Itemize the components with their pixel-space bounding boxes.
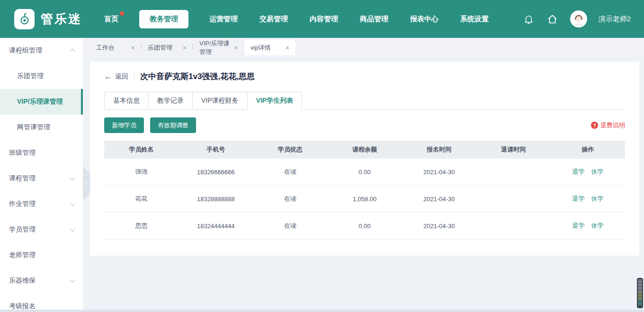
nav-item-label: 运营管理 (209, 15, 238, 23)
user-avatar[interactable] (570, 10, 587, 27)
toolbar-button-1[interactable]: 有效期调整 (150, 117, 196, 133)
close-icon[interactable]: × (286, 45, 289, 51)
nav-item-label: 教务管理 (150, 15, 178, 23)
nav-item-7[interactable]: 系统设置 (459, 10, 490, 28)
sidebar-item-3[interactable]: 网管课管理 (0, 115, 83, 140)
toolbar-button-0[interactable]: 新增学员 (104, 117, 144, 133)
row-action-0[interactable]: 退学 (572, 168, 584, 176)
cell-status: 在读 (253, 222, 327, 230)
column-header-2: 学员状态 (253, 145, 327, 154)
nav-item-5[interactable]: 商品管理 (359, 10, 389, 28)
sidebar-item-label: 课程组管理 (9, 46, 42, 55)
column-header-5: 退课时间 (476, 145, 551, 154)
user-name[interactable]: 演示老师2 (599, 15, 631, 24)
page-tab-0[interactable]: 工作台× (90, 40, 141, 55)
row-action-0[interactable]: 退学 (572, 222, 584, 230)
cell-actions: 退学休学 (551, 168, 625, 176)
home-button[interactable] (546, 13, 559, 25)
nav-item-4[interactable]: 内容管理 (309, 10, 339, 28)
cell-phone: 18324444444 (179, 223, 253, 230)
sidebar-item-4[interactable]: 班级管理 (0, 140, 83, 166)
stripe-block-white (638, 280, 642, 292)
page-tab-1[interactable]: 乐团管理× (142, 40, 193, 55)
navbar-right: 演示老师2 (523, 10, 631, 27)
back-arrow-icon: ← (104, 72, 112, 80)
nav-item-label: 商品管理 (360, 15, 388, 23)
nav-item-label: 内容管理 (310, 15, 338, 23)
detail-tab-0[interactable]: 基本信息 (104, 92, 149, 110)
nav-item-label: 系统设置 (460, 15, 489, 23)
sidebar-item-5[interactable]: 课程管理 (0, 166, 83, 191)
page-tab-label: VIP/乐理课管理 (199, 39, 234, 56)
nav-item-0[interactable]: 首页 (103, 10, 119, 28)
sidebar-item-9[interactable]: 乐器维保 (0, 268, 83, 294)
detail-tab-2[interactable]: VIP课程财务 (193, 92, 248, 110)
sidebar-item-2[interactable]: VIP/乐理课管理 (0, 89, 83, 115)
cell-enroll_date: 2021-04-30 (402, 196, 476, 203)
page-tab-2[interactable]: VIP/乐理课管理× (193, 40, 244, 55)
nav-item-6[interactable]: 报表中心 (409, 10, 439, 28)
nav-item-label: 交易管理 (259, 15, 288, 23)
page-tab-label: 乐团管理 (148, 44, 172, 52)
detail-tab-label: VIP学生列表 (256, 97, 294, 105)
nav-item-label: 首页 (104, 15, 118, 23)
row-action-1[interactable]: 休学 (591, 168, 603, 176)
close-icon[interactable]: × (234, 45, 238, 51)
sidebar-item-0[interactable]: 课程组管理 (0, 38, 83, 63)
stripe-block-teal (638, 299, 642, 306)
sidebar-item-6[interactable]: 作业管理 (0, 191, 83, 217)
cell-name: 花花 (104, 195, 179, 203)
row-action-1[interactable]: 休学 (591, 195, 603, 203)
detail-tab-label: VIP课程财务 (201, 97, 239, 105)
main-panel: ← 返回 次中音萨克斯1v3强强,花花,思思 基本信息教学记录VIP课程财务VI… (83, 55, 644, 312)
nav-item-2[interactable]: 运营管理 (208, 10, 239, 28)
sidebar-item-label: 网管课管理 (17, 123, 50, 132)
horizontal-scrollbar[interactable] (0, 310, 644, 312)
sidebar-item-label: 作业管理 (9, 200, 36, 208)
sidebar-item-label: 班级管理 (9, 149, 36, 157)
close-icon[interactable]: × (183, 45, 187, 51)
table-row: 花花18328888888在读1,058.002021-04-30退学休学 (104, 186, 625, 213)
cell-enroll_date: 2021-04-30 (402, 169, 476, 176)
refund-note-link[interactable]: ? 退费说明 (591, 121, 625, 130)
table-header-row: 学员姓名手机号学员状态课程余额报名时间退课时间操作 (104, 141, 625, 159)
sidebar-item-7[interactable]: 学员管理 (0, 217, 83, 242)
column-header-6: 操作 (551, 145, 625, 154)
close-icon[interactable]: × (131, 45, 135, 51)
sidebar: 课程组管理乐团管理VIP/乐理课管理网管课管理班级管理课程管理作业管理学员管理老… (0, 38, 83, 312)
cell-phone: 18328888888 (179, 196, 253, 203)
chevron-left-icon: ‹ (85, 180, 87, 187)
open-pages-tabbar: 工作台×乐团管理×VIP/乐理课管理×vip详情× (83, 38, 644, 55)
sidebar-item-8[interactable]: 老师管理 (0, 242, 83, 268)
nav-item-1[interactable]: 教务管理 (139, 10, 188, 28)
cell-name: 思思 (104, 222, 179, 230)
sidebar-item-label: 乐器维保 (9, 276, 36, 285)
detail-tab-3[interactable]: VIP学生列表 (248, 92, 303, 110)
page-tab-3[interactable]: vip详情× (244, 40, 295, 55)
chevron-down-icon (70, 226, 75, 232)
brand-name: 管乐迷 (41, 11, 82, 27)
back-button[interactable]: ← 返回 (104, 72, 128, 81)
row-action-1[interactable]: 休学 (591, 222, 603, 230)
table-row: 思思18324444444在读0.002021-04-30退学休学 (104, 213, 625, 240)
notifications-button[interactable] (523, 13, 535, 25)
chevron-down-icon (70, 277, 75, 283)
detail-tabs: 基本信息教学记录VIP课程财务VIP学生列表 (104, 92, 302, 110)
row-action-0[interactable]: 退学 (572, 195, 584, 203)
toolbar: 新增学员有效期调整 ? 退费说明 (104, 117, 625, 133)
detail-tab-label: 基本信息 (113, 97, 140, 105)
detail-tabs-row: 基本信息教学记录VIP课程财务VIP学生列表 (104, 92, 625, 110)
detail-header: ← 返回 次中音萨克斯1v3强强,花花,思思 (104, 71, 625, 82)
nav-item-3[interactable]: 交易管理 (259, 10, 289, 28)
question-icon: ? (591, 122, 598, 129)
cell-balance: 1,058.00 (327, 196, 402, 203)
column-header-1: 手机号 (179, 145, 253, 154)
brand-logo[interactable]: 管乐迷 (14, 9, 82, 29)
detail-tab-1[interactable]: 教学记录 (149, 92, 193, 110)
cell-balance: 0.00 (327, 169, 402, 176)
column-header-3: 课程余额 (327, 145, 402, 154)
notification-dot (120, 11, 124, 16)
bell-icon (523, 14, 534, 25)
sidebar-item-1[interactable]: 乐团管理 (0, 63, 83, 89)
cell-status: 在读 (253, 168, 327, 176)
